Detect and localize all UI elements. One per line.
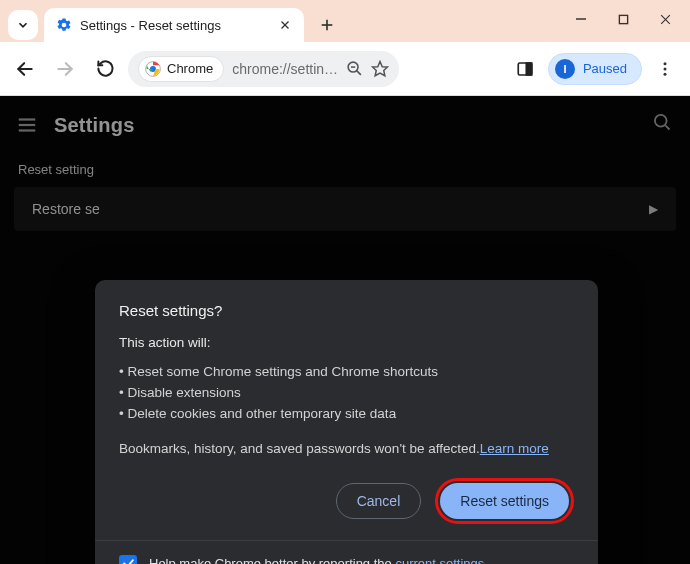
close-icon xyxy=(279,19,291,31)
address-bar[interactable]: Chrome chrome://settin… xyxy=(128,51,399,87)
url-text: chrome://settin… xyxy=(232,61,338,77)
browser-tab[interactable]: Settings - Reset settings xyxy=(44,8,304,42)
svg-marker-15 xyxy=(373,61,388,75)
dialog-note-text: Bookmarks, history, and saved passwords … xyxy=(119,441,480,456)
current-settings-link[interactable]: current settings xyxy=(395,556,484,564)
zoom-out-icon xyxy=(346,60,363,77)
tab-search-dropdown[interactable] xyxy=(8,10,38,40)
window-minimize-button[interactable] xyxy=(562,4,600,34)
nav-back-button[interactable] xyxy=(8,52,42,86)
reset-settings-button[interactable]: Reset settings xyxy=(440,483,569,519)
reset-settings-dialog: Reset settings? This action will: Reset … xyxy=(95,280,598,564)
window-close-button[interactable] xyxy=(646,4,684,34)
dialog-bullet: Reset some Chrome settings and Chrome sh… xyxy=(119,362,574,383)
dialog-bullet: Delete cookies and other temporary site … xyxy=(119,404,574,425)
gear-icon xyxy=(56,17,72,33)
footer-prefix: Help make Chrome better by reporting the xyxy=(149,556,395,564)
site-chip-label: Chrome xyxy=(167,61,213,76)
tab-title: Settings - Reset settings xyxy=(80,18,268,33)
window-maximize-button[interactable] xyxy=(604,4,642,34)
star-icon xyxy=(371,60,389,78)
plus-icon xyxy=(319,17,335,33)
arrow-left-icon xyxy=(15,59,35,79)
site-chip[interactable]: Chrome xyxy=(138,56,224,82)
svg-line-13 xyxy=(357,71,361,75)
dialog-bullet: Disable extensions xyxy=(119,383,574,404)
panel-icon xyxy=(516,60,534,78)
cancel-button[interactable]: Cancel xyxy=(336,483,422,519)
learn-more-link[interactable]: Learn more xyxy=(480,441,549,456)
tab-close-button[interactable] xyxy=(276,16,294,34)
dialog-lead: This action will: xyxy=(119,335,574,350)
dialog-note: Bookmarks, history, and saved passwords … xyxy=(119,441,574,456)
chevron-down-icon xyxy=(16,18,30,32)
profile-chip[interactable]: I Paused xyxy=(548,53,642,85)
svg-point-19 xyxy=(664,62,667,65)
close-icon xyxy=(659,13,672,26)
nav-forward-button[interactable] xyxy=(48,52,82,86)
new-tab-button[interactable] xyxy=(312,10,342,40)
dialog-title: Reset settings? xyxy=(119,302,574,319)
side-panel-button[interactable] xyxy=(508,52,542,86)
svg-rect-18 xyxy=(526,63,531,75)
overflow-menu-button[interactable] xyxy=(648,52,682,86)
arrow-right-icon xyxy=(55,59,75,79)
chrome-logo-icon xyxy=(145,61,161,77)
nav-reload-button[interactable] xyxy=(88,52,122,86)
svg-point-20 xyxy=(664,67,667,70)
reload-icon xyxy=(96,59,115,78)
maximize-icon xyxy=(618,14,629,25)
minimize-icon xyxy=(575,13,587,25)
profile-state: Paused xyxy=(583,61,627,76)
report-checkbox[interactable] xyxy=(119,555,137,564)
svg-rect-5 xyxy=(619,15,627,23)
avatar: I xyxy=(555,59,575,79)
kebab-icon xyxy=(656,60,674,78)
avatar-initial: I xyxy=(563,63,566,75)
highlight-annotation: Reset settings xyxy=(435,478,574,524)
check-icon xyxy=(122,557,135,564)
dialog-footer-text: Help make Chrome better by reporting the… xyxy=(149,556,484,564)
svg-point-21 xyxy=(664,72,667,75)
bookmark-button[interactable] xyxy=(371,60,389,78)
zoom-icon-button[interactable] xyxy=(346,60,363,77)
